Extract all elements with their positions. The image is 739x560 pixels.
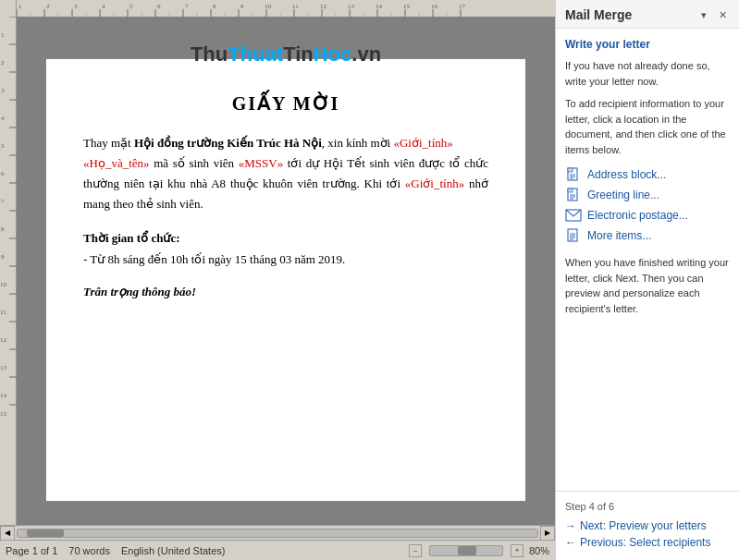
document-area: 1 2 3 4 5 6 7 8 9 10 11 (0, 0, 555, 560)
svg-rect-81 (568, 168, 573, 172)
svg-text:16: 16 (431, 3, 438, 10)
more-items-link[interactable]: More items... (587, 229, 651, 242)
postage-icon-svg (565, 209, 582, 222)
svg-text:6: 6 (1, 170, 5, 177)
hscroll-track[interactable] (17, 529, 538, 538)
svg-text:3: 3 (1, 87, 5, 94)
document-title: GIẤY MỜI (83, 92, 488, 115)
prev-arrow-icon: ← (565, 536, 576, 549)
panel-desc1: If you have not already done so, write y… (565, 58, 730, 89)
svg-text:10: 10 (0, 281, 7, 288)
panel-dropdown-btn[interactable]: ▾ (696, 7, 711, 22)
svg-text:7: 7 (185, 3, 189, 10)
ruler-vertical: 1 2 3 4 5 6 7 8 9 10 11 (0, 17, 17, 525)
svg-text:2: 2 (1, 59, 5, 67)
statusbar-right: – + 80% (409, 544, 549, 557)
para1-tag1: «Giới_tính» (393, 136, 452, 150)
para1-bold: Hội đồng trường Kiến Trúc Hà Nội (134, 136, 322, 150)
svg-text:15: 15 (403, 3, 411, 10)
greeting-line-link[interactable]: Greeting line... (587, 189, 659, 201)
zoom-slider-thumb[interactable] (458, 546, 476, 555)
svg-text:6: 6 (157, 3, 161, 10)
para1-mid: , xin kính mời (322, 136, 394, 150)
panel-body: Write your letter If you have not alread… (556, 29, 739, 491)
svg-text:3: 3 (74, 3, 78, 10)
address-block-icon (565, 167, 582, 182)
more-items-item[interactable]: More items... (565, 225, 730, 246)
svg-text:14: 14 (0, 392, 7, 399)
more-items-icon-svg (567, 228, 580, 243)
panel-close-btn[interactable]: ✕ (715, 7, 730, 22)
electronic-postage-item[interactable]: Electronic postage... (565, 205, 730, 225)
next-step-link[interactable]: Next: Preview your letters (580, 519, 707, 532)
electronic-postage-icon (565, 208, 582, 223)
svg-text:14: 14 (376, 3, 383, 10)
svg-text:13: 13 (348, 3, 355, 10)
svg-text:8: 8 (1, 225, 5, 233)
prev-step-item[interactable]: ← Previous: Select recipients (565, 534, 730, 551)
horizontal-scrollbar[interactable]: ◀ ▶ (0, 525, 555, 540)
ruler-top: 1 2 3 4 5 6 7 8 9 10 11 (0, 0, 555, 17)
ruler-horizontal: 1 2 3 4 5 6 7 8 9 10 11 (17, 0, 555, 17)
electronic-postage-link[interactable]: Electronic postage... (587, 209, 688, 222)
svg-text:12: 12 (320, 3, 327, 10)
panel-desc2: To add recipient information to your let… (565, 96, 730, 157)
statusbar: Page 1 of 1 70 words English (United Sta… (0, 540, 555, 560)
panel-footer: Step 4 of 6 → Next: Preview your letters… (556, 491, 739, 560)
hscroll-left-btn[interactable]: ◀ (0, 526, 15, 541)
ruler-corner (0, 0, 17, 17)
section-content: - Từ 8h sáng đến 10h tối ngày 15 tháng 0… (83, 250, 488, 270)
panel-desc3: When you have finished writing your lett… (565, 255, 730, 316)
document-paragraph1: Thay mặt Hội đồng trường Kiến Trúc Hà Nộ… (83, 133, 488, 214)
panel-header-icons: ▾ ✕ (696, 7, 730, 22)
hscroll-thumb[interactable] (27, 530, 64, 537)
para1-tag3: «MSSV» (239, 156, 283, 170)
svg-text:9: 9 (1, 253, 5, 261)
svg-text:17: 17 (459, 3, 466, 10)
panel-header: Mail Merge ▾ ✕ (556, 0, 739, 29)
svg-text:8: 8 (213, 3, 216, 10)
svg-text:1: 1 (1, 31, 5, 39)
statusbar-left: Page 1 of 1 70 words English (United Sta… (6, 545, 409, 556)
panel-title: Mail Merge (565, 7, 632, 22)
prev-step-link[interactable]: Previous: Select recipients (580, 536, 710, 549)
svg-text:11: 11 (0, 309, 6, 316)
svg-text:5: 5 (1, 142, 5, 150)
doc-icon-svg (567, 167, 580, 182)
page-indicator: Page 1 of 1 (6, 545, 57, 556)
svg-text:9: 9 (240, 3, 244, 10)
svg-text:12: 12 (0, 336, 7, 344)
zoom-slider-track[interactable] (429, 545, 503, 556)
svg-text:5: 5 (129, 3, 133, 10)
document-body: 1 2 3 4 5 6 7 8 9 10 11 (0, 17, 555, 525)
greeting-line-item[interactable]: Greeting line... (565, 185, 730, 205)
next-arrow-icon: → (565, 519, 576, 532)
ruler-v-svg: 1 2 3 4 5 6 7 8 9 10 11 (0, 17, 17, 525)
svg-text:10: 10 (265, 3, 272, 10)
address-block-item[interactable]: Address block... (565, 164, 730, 185)
zoom-out-btn[interactable]: – (409, 544, 422, 557)
mailmerge-panel: Mail Merge ▾ ✕ Write your letter If you … (555, 0, 739, 560)
svg-text:11: 11 (292, 3, 299, 10)
hscroll-right-btn[interactable]: ▶ (540, 526, 555, 541)
greeting-line-icon (565, 188, 582, 202)
svg-text:1: 1 (18, 3, 22, 10)
document-page[interactable]: GIẤY MỜI Thay mặt Hội đồng trường Kiến T… (45, 58, 526, 502)
zoom-in-btn[interactable]: + (511, 544, 523, 557)
section-heading: Thời gian tổ chức: (83, 231, 488, 246)
language-indicator: English (United States) (121, 545, 226, 556)
word-count: 70 words (68, 545, 110, 556)
zoom-level: 80% (529, 545, 549, 556)
svg-rect-86 (568, 189, 573, 192)
para1-before: Thay mặt (83, 136, 134, 150)
address-block-link[interactable]: Address block... (587, 168, 666, 181)
next-step-item[interactable]: → Next: Preview your letters (565, 517, 730, 534)
greeting-doc-icon (567, 188, 580, 202)
more-items-icon (565, 228, 582, 243)
svg-text:7: 7 (1, 198, 5, 205)
ruler-h-svg: 1 2 3 4 5 6 7 8 9 10 11 (17, 0, 555, 17)
step-label: Step 4 of 6 (565, 501, 730, 512)
svg-text:13: 13 (0, 364, 7, 371)
panel-section-title: Write your letter (565, 38, 730, 51)
closing-text: Trân trọng thông báo! (83, 285, 488, 299)
